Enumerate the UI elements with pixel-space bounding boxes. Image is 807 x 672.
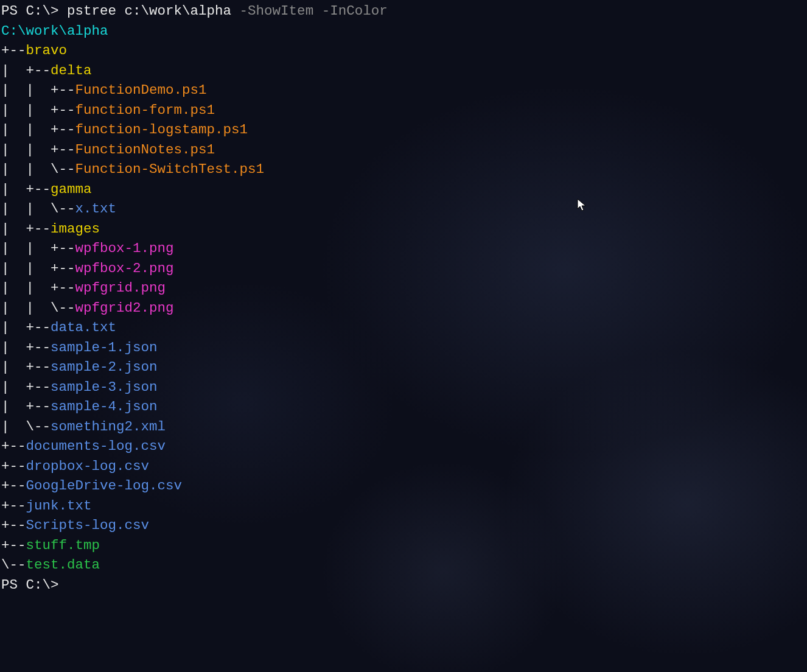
file-xml: something2.xml [51, 419, 166, 435]
tree-branch: +-- [1, 43, 26, 58]
dir-delta: delta [51, 63, 92, 79]
command-flags: -ShowItem -InColor [240, 3, 388, 19]
tree-branch: | +-- [1, 379, 51, 395]
tree-branch: | | +-- [1, 82, 75, 98]
tree-branch: +-- [1, 498, 26, 514]
tree-branch: +-- [1, 458, 26, 474]
tree-branch: | +-- [1, 340, 51, 355]
dir-bravo: bravo [26, 43, 68, 58]
command-arg-path: c:\work\alpha [125, 3, 232, 19]
file-png: wpfgrid.png [75, 280, 166, 296]
dir-images: images [51, 221, 100, 237]
ps-prompt[interactable]: PS C:\> [1, 577, 59, 593]
tree-branch: +-- [1, 537, 26, 553]
file-ps1: FunctionNotes.ps1 [75, 142, 215, 158]
tree-branch: | | +-- [1, 142, 75, 158]
file-json: sample-4.json [51, 399, 158, 415]
file-ps1: Function-SwitchTest.ps1 [75, 161, 265, 177]
file-ps1: FunctionDemo.ps1 [75, 82, 207, 98]
tree-branch: +-- [1, 517, 26, 533]
tree-branch: | | +-- [1, 240, 75, 256]
file-png: wpfgrid2.png [75, 300, 174, 316]
command-name: pstree [67, 3, 116, 19]
tree-branch: | +-- [1, 399, 51, 415]
file-json: sample-2.json [51, 359, 158, 375]
tree-branch: \-- [1, 557, 26, 573]
file-png: wpfbox-2.png [75, 261, 174, 276]
file-json: sample-1.json [51, 340, 158, 355]
ps-prompt: PS C:\> [1, 3, 59, 19]
tree-branch: | | \-- [1, 161, 75, 177]
tree-root-path: C:\work\alpha [1, 23, 108, 39]
file-txt: x.txt [75, 201, 117, 217]
tree-branch: | | +-- [1, 102, 75, 118]
tree-branch: | | +-- [1, 280, 75, 296]
file-csv: GoogleDrive-log.csv [26, 478, 183, 494]
tree-branch: | +-- [1, 359, 51, 375]
file-csv: dropbox-log.csv [26, 458, 150, 474]
file-txt: junk.txt [26, 498, 92, 514]
dir-gamma: gamma [51, 181, 92, 197]
tree-branch: +-- [1, 478, 26, 494]
file-png: wpfbox-1.png [75, 240, 174, 256]
tree-branch: +-- [1, 438, 26, 454]
file-data: test.data [26, 557, 100, 573]
tree-branch: | | \-- [1, 201, 75, 217]
file-ps1: function-form.ps1 [75, 102, 215, 118]
tree-branch: | +-- [1, 63, 51, 79]
tree-branch: | | +-- [1, 261, 75, 276]
tree-branch: | | +-- [1, 122, 75, 138]
file-json: sample-3.json [51, 379, 158, 395]
terminal-output: PS C:\> pstree c:\work\alpha -ShowItem -… [1, 1, 806, 595]
file-txt: data.txt [51, 320, 116, 335]
tree-branch: | | \-- [1, 300, 75, 316]
tree-branch: | \-- [1, 419, 51, 435]
tree-branch: | +-- [1, 181, 51, 197]
file-csv: documents-log.csv [26, 438, 166, 454]
file-tmp: stuff.tmp [26, 537, 100, 553]
tree-branch: | +-- [1, 320, 51, 335]
file-ps1: function-logstamp.ps1 [75, 122, 248, 138]
tree-branch: | +-- [1, 221, 51, 237]
file-csv: Scripts-log.csv [26, 517, 150, 533]
